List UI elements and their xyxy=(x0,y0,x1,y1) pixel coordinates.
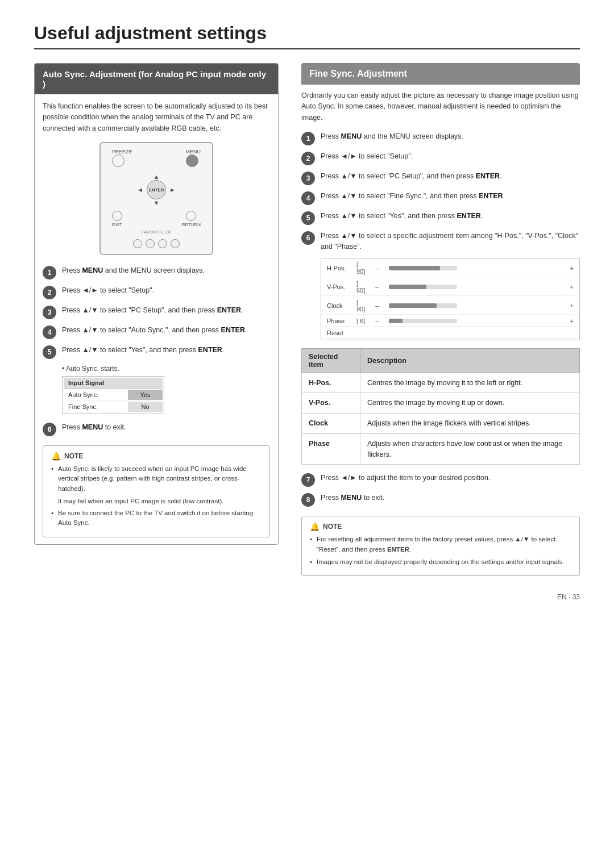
note-title: NOTE xyxy=(64,452,83,460)
desc-row-phase: Phase Adjusts when characters have low c… xyxy=(302,433,580,465)
fine-step-4: 4 Press ▲/▼ to select "Fine Sync.", and … xyxy=(301,191,580,205)
down-arrow: ▼ xyxy=(154,199,160,206)
note-bullet-2: Be sure to connect the PC to the TV and … xyxy=(51,508,262,528)
fine-step-1: 1 Press MENU and the MENU screen display… xyxy=(301,131,580,145)
auto-sync-row-label: Auto Sync. xyxy=(64,390,127,400)
desc-item-clock: Clock xyxy=(302,414,360,434)
desc-item-vpos: V-Pos. xyxy=(302,393,360,414)
step-6: 6 Press MENU to exit. xyxy=(43,422,270,436)
fine-step-6: 6 Press ▲/▼ to select a specific adjustm… xyxy=(301,231,580,252)
desc-row-hpos: H-Pos. Centres the image by moving it to… xyxy=(302,373,580,393)
step-1: 1 Press MENU and the MENU screen display… xyxy=(43,265,270,279)
page-number: EN · 33 xyxy=(34,593,580,601)
auto-sync-intro: This function enables the screen to be a… xyxy=(43,101,270,134)
desc-item-hpos: H-Pos. xyxy=(302,373,360,393)
step-3: 3 Press ▲/▼ to select "PC Setup", and th… xyxy=(43,305,270,319)
fine-step-8: 8 Press MENU to exit. xyxy=(301,493,580,507)
auto-sync-steps: 1 Press MENU and the MENU screen display… xyxy=(43,265,270,359)
description-table: Selected item Description H-Pos. Centres… xyxy=(301,348,580,465)
desc-text-hpos: Centres the image by moving it to the le… xyxy=(360,373,580,393)
return-button: RETURN xyxy=(182,211,201,227)
fine-sync-header: Fine Sync. Adjustment xyxy=(301,63,580,85)
fine-note-icon: 🔔 xyxy=(310,522,320,531)
step-5: 5 Press ▲/▼ to select "Yes", and then pr… xyxy=(43,345,270,359)
fine-sync-note: 🔔 NOTE For resetting all adjustment item… xyxy=(301,516,580,576)
slider-row-hpos: H-Pos. [ 90] – + xyxy=(322,260,578,277)
fav-btn-4 xyxy=(171,239,180,248)
auto-sync-section: Auto Sync. Adjustment (for Analog PC inp… xyxy=(34,63,279,545)
fine-sync-row-label: Fine Sync. xyxy=(64,402,127,412)
slider-row-phase: Phase [ 6] – + xyxy=(322,316,578,327)
remote-control: FREEZE MENU ▲ ◄ EN xyxy=(99,142,213,255)
slider-row-vpos: V-Pos. [ 60] – + xyxy=(322,278,578,296)
auto-sync-header: Auto Sync. Adjustment (for Analog PC inp… xyxy=(35,64,278,94)
step-4: 4 Press ▲/▼ to select "Auto Sync.", and … xyxy=(43,325,270,339)
desc-text-clock: Adjusts when the image flickers with ver… xyxy=(360,414,580,434)
auto-sync-row-value: Yes xyxy=(128,390,163,400)
desc-item-phase: Phase xyxy=(302,433,360,465)
favorite-ch-label: FAVORITE CH xyxy=(112,229,201,235)
fine-step-5: 5 Press ▲/▼ to select "Yes", and then pr… xyxy=(301,211,580,225)
fine-note-title: NOTE xyxy=(323,523,342,531)
fav-btn-3 xyxy=(158,239,167,248)
fine-sync-intro: Ordinarily you can easily adjust the pic… xyxy=(301,90,580,123)
desc-row-clock: Clock Adjusts when the image flickers wi… xyxy=(302,414,580,434)
fav-buttons xyxy=(112,239,201,248)
left-arrow: ◄ xyxy=(137,186,143,193)
fine-sync-row-value: No xyxy=(128,402,163,412)
fine-step-2: 2 Press ◄/► to select "Setup". xyxy=(301,151,580,165)
desc-row-vpos: V-Pos. Centres the image by moving it up… xyxy=(302,393,580,414)
fine-sync-slider-table: H-Pos. [ 90] – + V-Pos. [ 60] – + Clock … xyxy=(321,258,580,340)
note-bullet-1: Auto Sync. is likely to succeed when an … xyxy=(51,464,262,494)
page-title: Useful adjustment settings xyxy=(34,23,580,49)
desc-text-vpos: Centres the image by moving it up or dow… xyxy=(360,393,580,414)
nav-pad: ▲ ◄ ENTER ► ▼ xyxy=(112,173,201,206)
left-column: Auto Sync. Adjustment (for Analog PC inp… xyxy=(34,63,279,555)
fine-note-bullet-1: For resetting all adjustment items to th… xyxy=(310,535,571,554)
right-column: Fine Sync. Adjustment Ordinarily you can… xyxy=(301,63,580,576)
auto-sync-note: 🔔 NOTE Auto Sync. is likely to succeed w… xyxy=(43,445,270,537)
exit-button: EXIT xyxy=(112,211,122,227)
up-arrow: ▲ xyxy=(154,173,160,180)
remote-illustration: FREEZE MENU ▲ ◄ EN xyxy=(43,142,270,255)
fine-note-bullet-2: Images may not be displayed properly dep… xyxy=(310,557,571,567)
step-2: 2 Press ◄/► to select "Setup". xyxy=(43,285,270,299)
fine-sync-steps: 1 Press MENU and the MENU screen display… xyxy=(301,131,580,252)
desc-col-desc: Description xyxy=(360,348,580,373)
desc-col-item: Selected item xyxy=(302,348,360,373)
fav-btn-1 xyxy=(133,239,142,248)
desc-text-phase: Adjusts when characters have low contras… xyxy=(360,433,580,465)
freeze-button xyxy=(112,155,125,167)
right-arrow: ► xyxy=(169,186,176,193)
note-sub-1: It may fail when an input PC image is so… xyxy=(51,496,262,506)
slider-row-clock: Clock [ 90] – + xyxy=(322,297,578,315)
fine-sync-steps-78: 7 Press ◄/► to adjust the item to your d… xyxy=(301,473,580,507)
fine-step-3: 3 Press ▲/▼ to select "PC Setup", and th… xyxy=(301,171,580,185)
auto-sync-step6: 6 Press MENU to exit. xyxy=(43,422,270,436)
enter-button: ENTER xyxy=(147,180,166,199)
fav-btn-2 xyxy=(146,239,155,248)
fine-step-7: 7 Press ◄/► to adjust the item to your d… xyxy=(301,473,580,487)
slider-row-reset: Reset xyxy=(322,328,578,339)
note-icon: 🔔 xyxy=(51,452,61,461)
menu-button xyxy=(186,155,198,167)
input-signal-table: Input Signal Auto Sync. Yes Fine Sync. N… xyxy=(62,376,164,414)
auto-sync-bullet: Auto Sync. starts. xyxy=(62,365,270,373)
